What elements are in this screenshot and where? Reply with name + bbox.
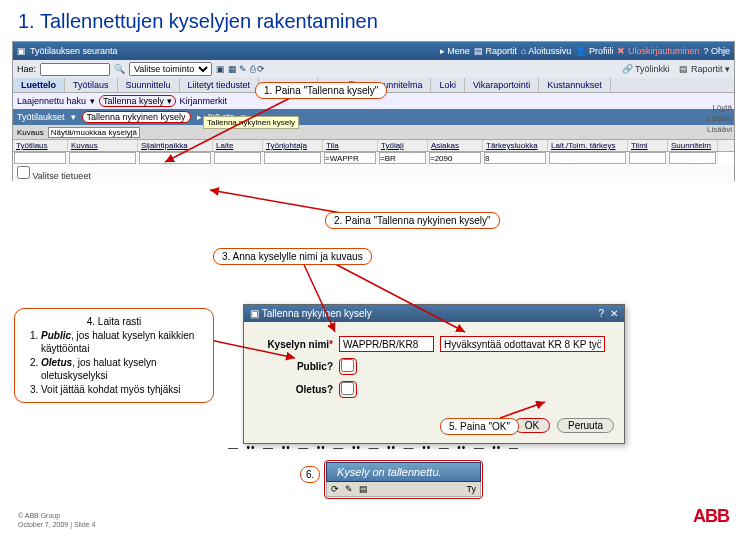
menu-raportit[interactable]: ▤ Raportit ▾ [679, 64, 730, 74]
kirjan-link[interactable]: Kirjanmerkit [180, 96, 228, 106]
valitse-row: Valitse tietueet [13, 164, 734, 183]
valitse-checkbox[interactable] [17, 166, 30, 179]
col-tarkeys[interactable]: Tärkeysluokka [483, 140, 548, 151]
top-link-mene[interactable]: ▸ Mene [440, 46, 470, 56]
tab-vika[interactable]: Vikaraportointi [465, 78, 539, 92]
callout-3: 3. Anna kyselylle nimi ja kuvaus [213, 248, 372, 265]
app-window: ▣ Työtilauksen seuranta ▸ Mene ▤ Raporti… [12, 41, 735, 181]
valitse-label: Valitse tietueet [33, 171, 91, 181]
public-label: Public? [258, 361, 333, 372]
tab-suunnittelu[interactable]: Suunnittelu [118, 78, 180, 92]
toolbar-label: Työtilaukset [17, 112, 65, 122]
name-input[interactable] [339, 336, 434, 352]
toast-icon1[interactable]: ⟳ [331, 484, 339, 494]
nayta-link[interactable]: Näytä/muokkaa kyselyjä [48, 127, 140, 138]
menu-tyolinkki[interactable]: 🔗 Työlinkki [622, 64, 670, 74]
toast-toolbar: ⟳ ✎ ▤ Ty [326, 482, 481, 497]
side-links: Löytä Lisäävi Lisäävi [707, 102, 732, 135]
col-laite[interactable]: Laite [213, 140, 263, 151]
side-lisaa2[interactable]: Lisäävi [707, 124, 732, 135]
app-title: Työtilauksen seuranta [26, 46, 440, 56]
tallenna-nyk-label[interactable]: Tallenna nykyinen kysely [82, 111, 191, 123]
f-tarkeys[interactable] [484, 152, 546, 164]
f-sij[interactable] [139, 152, 211, 164]
col-lait[interactable]: Lait./Toim. tärkeys [548, 140, 628, 151]
tab-liitet[interactable]: Liitetyt tiedustet [180, 78, 260, 92]
table-header: Työtilaus Kuvaus Sijaintipaikka Laite Ty… [13, 139, 734, 152]
callout-1: 1. Paina "Tallenna kysely" [255, 82, 387, 99]
f-asiakas[interactable] [429, 152, 481, 164]
action-select[interactable]: Valitse toiminto [129, 62, 212, 76]
name-label: Kyselyn nimi* [258, 339, 333, 350]
cancel-button[interactable]: Peruuta [557, 418, 614, 433]
c4-title: 4. Laita rasti [25, 315, 203, 329]
col-tila[interactable]: Tila [323, 140, 378, 151]
ok-button[interactable]: OK [514, 418, 550, 433]
public-checkbox[interactable] [341, 359, 354, 372]
f-lait[interactable] [549, 152, 626, 164]
tallenna-kysely-link[interactable]: Tallenna kysely ▾ [99, 95, 176, 107]
toast: Kysely on tallennettu. [326, 462, 481, 482]
oletus-label: Oletus? [258, 384, 333, 395]
footer: © ABB Group October 7, 2009 | Slide 4 [18, 512, 95, 529]
f-tyolaji[interactable] [379, 152, 426, 164]
side-loyta[interactable]: Löytä [707, 102, 732, 113]
toast-icon2[interactable]: ✎ [345, 484, 353, 494]
toast-wrap: Kysely on tallennettu. ⟳ ✎ ▤ Ty [324, 460, 483, 499]
callout-2: 2. Paina "Tallenna nykyinen kysely" [325, 212, 500, 229]
tab-kust[interactable]: Kustannukset [539, 78, 611, 92]
dialog-icon: ▣ [250, 308, 259, 319]
c4-l3: Voit jättää kohdat myös tyhjäksi [41, 383, 203, 397]
desc-input[interactable] [440, 336, 605, 352]
tab-luettelo[interactable]: Luettelo [13, 78, 65, 92]
f-laite[interactable] [214, 152, 261, 164]
save-query-dialog: ▣ Tallenna nykyinen kysely ? ✕ Kyselyn n… [243, 304, 625, 444]
toast-btn[interactable]: Ty [466, 484, 476, 494]
top-link-ulos[interactable]: ✖ Uloskirjautuminen [617, 46, 699, 56]
abb-logo: ABB [693, 506, 729, 527]
f-kuvaus[interactable] [69, 152, 136, 164]
top-link-ohje[interactable]: ? Ohje [703, 46, 730, 56]
query-row: Kuvaus Näytä/muokkaa kyselyjä Tallenna n… [13, 125, 734, 139]
tab-tyotilaus[interactable]: Työtilaus [65, 78, 118, 92]
app-header: ▣ Työtilauksen seuranta ▸ Mene ▤ Raporti… [13, 42, 734, 60]
callout-5: 5. Paina "OK" [440, 418, 519, 435]
tab-loki[interactable]: Loki [431, 78, 465, 92]
col-tj[interactable]: Työnjohtaja [263, 140, 323, 151]
dialog-help-icon[interactable]: ? [598, 308, 604, 319]
toast-icon3[interactable]: ▤ [359, 484, 368, 494]
f-tiimi[interactable] [629, 152, 666, 164]
top-link-aloitus[interactable]: ⌂ Aloitussivu [521, 46, 571, 56]
col-tiimi[interactable]: Tiimi [628, 140, 668, 151]
f-suun[interactable] [669, 152, 716, 164]
f-tyotilaus[interactable] [14, 152, 66, 164]
col-kuvaus[interactable]: Kuvaus [68, 140, 138, 151]
top-link-raportit[interactable]: ▤ Raportit [474, 46, 517, 56]
col-asiakas[interactable]: Asiakas [428, 140, 483, 151]
app-icon: ▣ [17, 46, 26, 56]
laaj-link[interactable]: Laajennettu haku [17, 96, 86, 106]
menu-bar: Hae: 🔍 Valitse toiminto ▣ ▦ ✎ ⎙ ⟳ 🔗 Työl… [13, 60, 734, 78]
hae-label: Hae: [17, 64, 36, 74]
col-tyolaji[interactable]: Työlaji [378, 140, 428, 151]
dialog-close-icon[interactable]: ✕ [610, 308, 618, 319]
f-tila[interactable] [324, 152, 376, 164]
c4-l1: Public, jos haluat kyselyn kaikkien käyt… [41, 329, 203, 356]
toolbar-icons[interactable]: ▣ ▦ ✎ ⎙ ⟳ [216, 64, 265, 74]
oletus-checkbox[interactable] [341, 382, 354, 395]
hae-input[interactable] [40, 63, 110, 76]
col-tyotilaus[interactable]: Työtilaus [13, 140, 68, 151]
side-lisaa1[interactable]: Lisäävi [707, 113, 732, 124]
col-sij[interactable]: Sijaintipaikka [138, 140, 213, 151]
top-link-profiili[interactable]: 👤 Profiili [575, 46, 613, 56]
f-tj[interactable] [264, 152, 321, 164]
col-suun[interactable]: Suunnitelm [668, 140, 718, 151]
arrow-right-icon: ▸ [197, 112, 202, 122]
kuvaus-lbl: Kuvaus [17, 128, 44, 137]
search-icon[interactable]: 🔍 [114, 64, 125, 74]
footer-l1: © ABB Group [18, 512, 95, 520]
callout-4: 4. Laita rasti Public, jos haluat kysely… [14, 308, 214, 403]
dialog-header: ▣ Tallenna nykyinen kysely ? ✕ [244, 305, 624, 322]
filter-row [13, 152, 734, 164]
footer-l2: October 7, 2009 | Slide 4 [18, 521, 95, 529]
